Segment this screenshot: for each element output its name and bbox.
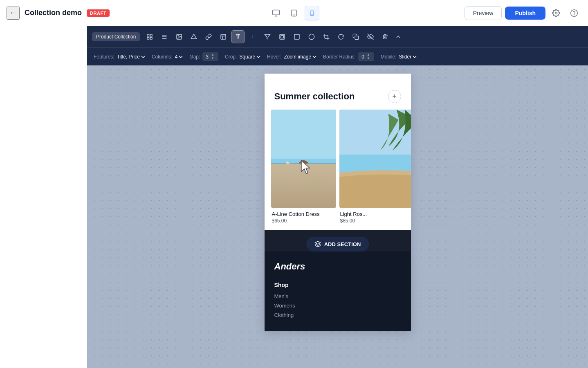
svg-rect-21 xyxy=(271,110,336,159)
mobile-option: Mobile: Slider xyxy=(381,54,417,60)
collapse-icon-btn[interactable] xyxy=(395,34,402,40)
products-grid: A-Line Cotton Dress $65.00 xyxy=(265,110,411,230)
svg-rect-13 xyxy=(221,34,226,39)
svg-rect-18 xyxy=(355,36,359,40)
hover-label: Hover: xyxy=(267,54,281,60)
features-label: Features: xyxy=(94,54,114,60)
border-radius-label: Border Radius: xyxy=(323,54,356,60)
grid-icon-btn[interactable] xyxy=(143,30,156,43)
svg-rect-23 xyxy=(275,185,332,208)
svg-point-17 xyxy=(309,34,314,39)
filter-icon-btn[interactable] xyxy=(261,30,274,43)
product-name-2: Light Ros... xyxy=(339,211,411,217)
draft-badge: DRAFT xyxy=(87,9,110,17)
gap-input[interactable]: 3 ▲ ▼ xyxy=(202,52,218,61)
footer-nav-mens: Men's xyxy=(274,293,401,299)
circle-icon-btn[interactable] xyxy=(305,30,318,43)
svg-point-4 xyxy=(312,14,312,14)
shape-icon-btn[interactable] xyxy=(187,30,200,43)
columns-label: Columns: xyxy=(152,54,173,60)
canvas-area: Summer collection + xyxy=(87,65,588,368)
add-section-area: ADD SECTION xyxy=(265,230,411,251)
add-content-button[interactable]: + xyxy=(388,90,401,103)
footer-brand: Anders xyxy=(274,261,401,272)
br-down[interactable]: ▼ xyxy=(366,57,371,60)
link-icon-btn[interactable] xyxy=(202,30,215,43)
columns-dropdown[interactable]: 4 xyxy=(175,54,183,60)
add-section-button[interactable]: ADD SECTION xyxy=(306,237,369,251)
mobile-dropdown[interactable]: Slider xyxy=(399,54,417,60)
product-card-2: Light Ros... $85.00 xyxy=(339,110,411,224)
svg-rect-7 xyxy=(147,34,149,36)
product-image-2 xyxy=(339,110,411,208)
crop-icon-btn[interactable] xyxy=(320,30,333,43)
border-radius-option: Border Radius: 0 ▲ ▼ xyxy=(323,52,374,61)
features-dropdown[interactable]: Title, Price xyxy=(117,54,145,60)
hover-dropdown[interactable]: Zoom image xyxy=(284,54,316,60)
text-icon-btn[interactable]: T xyxy=(231,30,245,43)
add-section-label: ADD SECTION xyxy=(324,241,361,247)
delete-icon-btn[interactable] xyxy=(379,30,392,43)
section-header: Summer collection + xyxy=(265,82,411,110)
component-label: Product Collection xyxy=(92,32,140,41)
crop-option: Crop: Square xyxy=(225,54,260,60)
header-right: Preview Publish xyxy=(465,6,581,20)
crop-dropdown[interactable]: Square xyxy=(239,54,260,60)
mobile-label: Mobile: xyxy=(381,54,397,60)
crop-label: Crop: xyxy=(225,54,237,60)
gap-up[interactable]: ▲ xyxy=(210,53,215,56)
product-name-1: A-Line Cotton Dress xyxy=(271,211,336,217)
preview-button[interactable]: Preview xyxy=(465,6,502,20)
br-up[interactable]: ▲ xyxy=(366,53,371,56)
resize-icon-btn[interactable] xyxy=(290,30,303,43)
settings-button[interactable] xyxy=(549,6,563,20)
hide-icon-btn[interactable] xyxy=(364,30,377,43)
section-title: Summer collection xyxy=(274,91,355,102)
mobile-view-button[interactable] xyxy=(305,6,319,20)
svg-point-5 xyxy=(571,9,578,16)
header-bar: ← Collection demo DRAFT Preview Publish xyxy=(0,0,588,26)
gap-down[interactable]: ▼ xyxy=(210,57,215,60)
svg-rect-8 xyxy=(150,34,153,36)
layers-icon-btn[interactable] xyxy=(276,30,289,43)
layout-icon-btn[interactable] xyxy=(217,30,230,43)
publish-button[interactable]: Publish xyxy=(505,7,545,20)
text2-icon-btn[interactable]: T xyxy=(246,30,259,43)
product-card-1: A-Line Cotton Dress $65.00 xyxy=(271,110,336,224)
image-icon-btn[interactable] xyxy=(173,30,186,43)
product-price-1: $65.00 xyxy=(271,218,336,224)
refresh-icon-btn[interactable] xyxy=(334,30,348,43)
desktop-view-button[interactable] xyxy=(269,6,283,20)
svg-rect-9 xyxy=(147,37,149,39)
duplicate-icon-btn[interactable] xyxy=(349,30,362,43)
left-sidebar xyxy=(0,26,87,368)
help-button[interactable] xyxy=(567,6,581,20)
svg-rect-10 xyxy=(150,37,153,39)
component-toolbar: Product Collection xyxy=(87,26,588,47)
footer-nav-womens: Womens xyxy=(274,303,401,309)
svg-point-26 xyxy=(298,160,309,173)
svg-rect-0 xyxy=(273,10,280,15)
border-radius-spinner[interactable]: ▲ ▼ xyxy=(366,53,371,60)
columns-option: Columns: 4 xyxy=(152,54,183,60)
product-image-1 xyxy=(271,110,336,208)
heading-icon-btn[interactable] xyxy=(158,30,171,43)
header-left: ← Collection demo DRAFT xyxy=(7,7,465,20)
back-button[interactable]: ← xyxy=(7,7,20,20)
tablet-view-button[interactable] xyxy=(287,6,301,20)
preview-topbar xyxy=(265,74,411,82)
svg-point-12 xyxy=(178,36,179,36)
svg-rect-16 xyxy=(281,36,284,38)
gap-label: Gap: xyxy=(189,54,200,60)
footer-section: Anders Shop Men's Womens Clothing xyxy=(265,251,411,331)
hover-option: Hover: Zoom image xyxy=(267,54,316,60)
border-radius-input[interactable]: 0 ▲ ▼ xyxy=(358,52,374,61)
view-switcher xyxy=(269,6,319,20)
svg-rect-22 xyxy=(271,163,336,187)
page-title: Collection demo xyxy=(25,9,82,17)
svg-rect-24 xyxy=(273,184,334,188)
svg-marker-14 xyxy=(265,34,270,39)
gap-spinner[interactable]: ▲ ▼ xyxy=(210,53,215,60)
product-price-2: $85.00 xyxy=(339,218,411,224)
svg-point-25 xyxy=(296,162,311,184)
